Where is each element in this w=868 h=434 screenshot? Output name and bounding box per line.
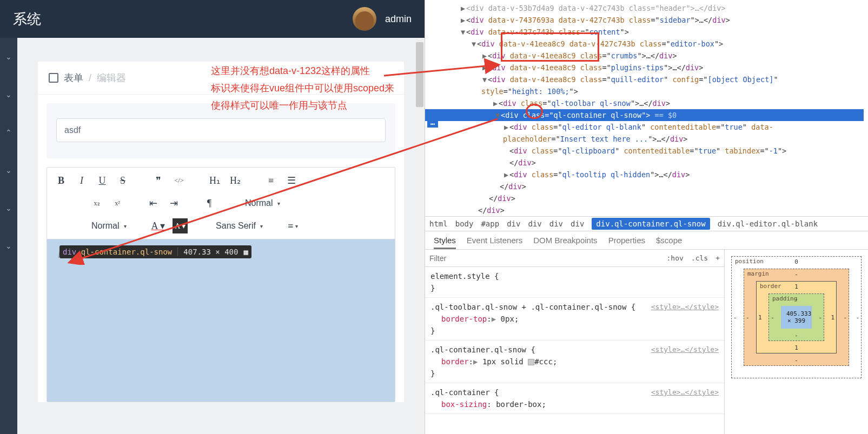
styles-panel[interactable]: :hov .cls + element.style { } <style>…</… — [425, 250, 725, 434]
editor: B I U S ❞ </> H₁ H₂ ≡ ☰ — [47, 167, 395, 402]
styles-filter-input[interactable] — [429, 254, 661, 263]
dom-tree[interactable]: ▶<div data-v-53b7d4a9 data-v-427c743b cl… — [425, 0, 868, 216]
tab-styles[interactable]: Styles — [434, 236, 456, 249]
scrollbar[interactable] — [415, 38, 425, 433]
blockquote-button[interactable]: ❞ — [151, 173, 166, 188]
align-button[interactable]: ≡ — [286, 218, 301, 233]
editor-content[interactable]: Insert text here ... — [47, 239, 395, 402]
app-title: 系统 — [13, 10, 41, 29]
hov-toggle[interactable]: :hov — [667, 254, 684, 262]
color-icon: ▦ — [243, 248, 248, 256]
devtools: ▶<div data-v-53b7d4a9 data-v-427c743b cl… — [425, 0, 868, 434]
add-rule-button[interactable]: + — [715, 254, 720, 262]
rule-element-style[interactable]: element.style { } — [425, 267, 724, 298]
text-color-button[interactable]: A ▾ — [149, 218, 168, 233]
breadcrumb-item-1[interactable]: 表单 — [64, 71, 83, 84]
tab-event-listeners[interactable]: Event Listeners — [467, 236, 522, 245]
tab-scope[interactable]: $scope — [656, 236, 682, 245]
unordered-list-button[interactable]: ☰ — [284, 173, 299, 188]
tab-dom-breakpoints[interactable]: DOM Breakpoints — [533, 236, 597, 245]
bg-color-button[interactable]: A ▾ — [173, 218, 188, 233]
box-content: 405.333 × 399 — [781, 306, 812, 329]
selected-dom-row[interactable]: ▼<div class="ql-container ql-snow"> == $… — [425, 109, 864, 121]
indent-button[interactable]: ⇤ — [145, 196, 161, 211]
dom-breadcrumb[interactable]: html body #app div div div div div.ql-co… — [425, 216, 868, 231]
strike-button[interactable]: S — [115, 173, 130, 188]
rule-ql-toolbar-container[interactable]: <style>…</style> .ql-toolbar.ql-snow + .… — [425, 298, 724, 340]
avatar[interactable] — [353, 7, 376, 31]
underline-button[interactable]: U — [95, 173, 110, 188]
input-area — [47, 103, 395, 158]
outdent-button[interactable]: ⇥ — [166, 196, 181, 211]
styles-tabs: Styles Event Listeners DOM Breakpoints P… — [425, 231, 868, 250]
selection-ellipsis[interactable]: … — [427, 117, 438, 128]
size-select[interactable]: Normal — [243, 196, 282, 211]
tab-properties[interactable]: Properties — [608, 236, 645, 245]
codeblock-button[interactable]: </> — [171, 173, 187, 188]
breadcrumb-current[interactable]: div.ql-container.ql-snow — [592, 218, 710, 230]
bold-button[interactable]: B — [54, 173, 69, 188]
breadcrumb-sep: / — [89, 72, 91, 84]
superscript-button[interactable]: x² — [110, 196, 125, 211]
subscript-button[interactable]: x₂ — [89, 196, 104, 211]
rule-ql-container[interactable]: <style>…</style> .ql-container { box-siz… — [425, 383, 724, 414]
app-pane: 系统 admin ⌄ ⌄ ⌃ ⌄ ⌄ ⌄ 表单 / 编辑器 — [0, 0, 425, 434]
breadcrumb: 表单 / 编辑器 — [38, 62, 404, 95]
direction-button[interactable]: ¶ — [202, 196, 217, 211]
cls-toggle[interactable]: .cls — [691, 254, 708, 262]
italic-button[interactable]: I — [74, 173, 89, 188]
card: 表单 / 编辑器 B I U S ❞ </> — [38, 62, 404, 402]
inspector-tooltip: div.ql-container.ql-snow 407.33 × 400 ▦ — [59, 245, 251, 258]
color-swatch[interactable] — [528, 359, 534, 365]
ordered-list-button[interactable]: ≡ — [263, 173, 279, 188]
rule-ql-container-snow[interactable]: <style>…</style> .ql-container.ql-snow {… — [425, 340, 724, 383]
breadcrumb-item-2: 编辑器 — [97, 71, 126, 84]
title-input[interactable] — [56, 118, 386, 142]
username: admin — [385, 14, 412, 25]
font-select[interactable]: Sans Serif — [214, 218, 265, 233]
h1-button[interactable]: H₁ — [207, 173, 222, 188]
box-model-panel: position 0-- margin ---- border 1111 pad… — [725, 250, 868, 434]
form-icon — [49, 73, 58, 83]
h2-button[interactable]: H₂ — [228, 173, 243, 188]
header-select[interactable]: Normal — [89, 218, 129, 233]
editor-toolbar: B I U S ❞ </> H₁ H₂ ≡ ☰ — [47, 168, 395, 239]
app-header: 系统 admin — [0, 0, 425, 38]
